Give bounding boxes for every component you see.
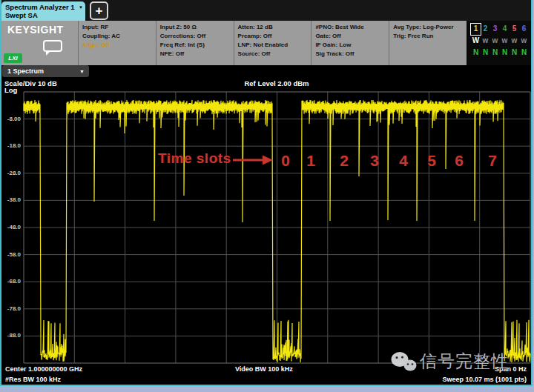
y-axis-tick-label: -48.0 bbox=[1, 224, 21, 230]
video-bw-readout[interactable]: Video BW 100 kHz bbox=[235, 365, 293, 373]
spectrum-analyzer-window: Spectrum Analyzer 1 ▼ Swept SA + KEYSIGH… bbox=[0, 0, 533, 386]
y-axis-tick-label: -88.0 bbox=[1, 332, 21, 339]
slot-number-6: 6 bbox=[455, 152, 464, 170]
time-slots-annotation: Time slots bbox=[158, 150, 231, 167]
y-axis-tick-label: -58.0 bbox=[1, 251, 21, 258]
slot-number-0: 0 bbox=[281, 152, 290, 170]
slot-number-5: 5 bbox=[427, 152, 436, 170]
slot-number-1: 1 bbox=[306, 152, 315, 170]
slot-number-7: 7 bbox=[488, 152, 497, 170]
y-axis-tick-label: -68.0 bbox=[1, 278, 21, 285]
y-axis-tick-label: -18.0 bbox=[1, 142, 21, 149]
y-axis-tick-label: -8.00 bbox=[1, 116, 21, 122]
watermark: 信号完整性 bbox=[390, 350, 509, 373]
y-axis-tick-label: -28.0 bbox=[1, 170, 21, 176]
center-frequency-readout[interactable]: Center 1.000000000 GHz bbox=[5, 365, 82, 373]
slot-number-3: 3 bbox=[370, 152, 379, 170]
y-axis-tick-label: -38.0 bbox=[1, 196, 21, 203]
slot-number-4: 4 bbox=[399, 152, 408, 170]
time-slots-arrow bbox=[231, 154, 274, 166]
spectrum-plot[interactable] bbox=[1, 0, 531, 385]
res-bw-readout[interactable]: #Res BW 100 kHz bbox=[5, 376, 61, 383]
log-scale-label: Log bbox=[4, 86, 17, 94]
wechat-icon bbox=[390, 351, 417, 373]
y-axis-tick-label: -78.0 bbox=[1, 305, 21, 312]
watermark-text: 信号完整性 bbox=[420, 350, 509, 373]
slot-number-2: 2 bbox=[340, 152, 349, 170]
sweep-time-readout[interactable]: Sweep 10.07 ms (1001 pts) bbox=[442, 376, 527, 383]
ref-level-readout[interactable]: Ref Level 2.00 dBm bbox=[244, 79, 309, 87]
